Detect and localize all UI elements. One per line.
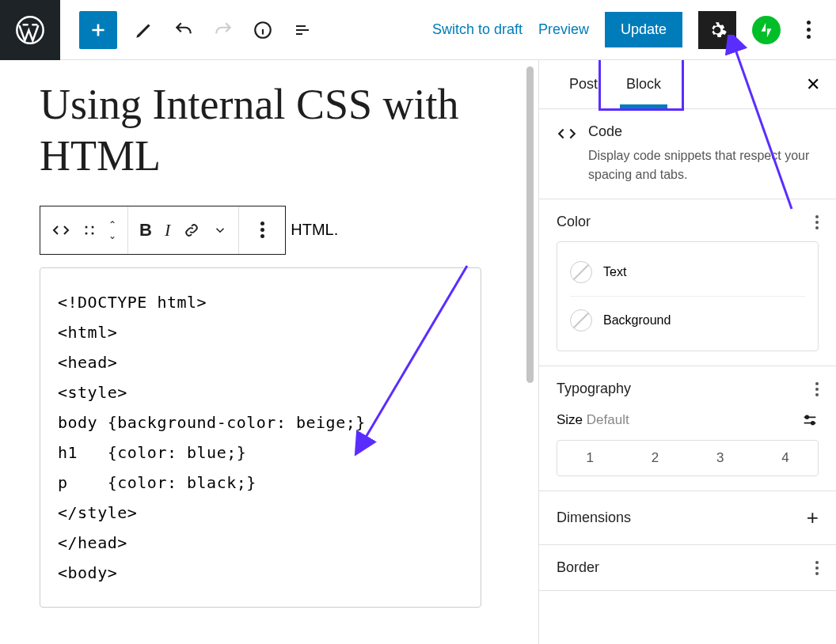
- settings-button[interactable]: [698, 11, 736, 49]
- block-desc-text: Display code snippets that respect your …: [588, 146, 819, 184]
- svg-point-3: [92, 225, 94, 228]
- workspace: Using Internal CSS with HTML ⌃⌄ B I: [0, 60, 836, 644]
- chevron-down-icon[interactable]: [213, 223, 227, 237]
- move-arrows-icon[interactable]: ⌃⌄: [108, 220, 116, 241]
- size-custom-icon[interactable]: [801, 411, 819, 429]
- svg-point-4: [86, 232, 88, 234]
- text-color-swatch: [570, 261, 592, 283]
- svg-point-5: [92, 232, 94, 234]
- typography-heading: Typography: [557, 381, 631, 397]
- more-options-icon[interactable]: [796, 21, 820, 39]
- drag-handle-icon[interactable]: [83, 224, 96, 237]
- block-name: Code: [588, 123, 819, 140]
- border-heading: Border: [557, 559, 599, 576]
- preview-link[interactable]: Preview: [538, 21, 589, 38]
- update-button[interactable]: Update: [605, 12, 682, 47]
- add-block-button[interactable]: [79, 11, 117, 49]
- sidebar-tabs: Post Block ✕: [539, 60, 836, 109]
- bold-button[interactable]: B: [139, 220, 152, 241]
- size-1[interactable]: 1: [557, 441, 622, 475]
- border-options-icon[interactable]: [815, 561, 819, 575]
- size-3[interactable]: 3: [688, 441, 753, 475]
- border-section[interactable]: Border: [539, 545, 836, 591]
- block-description: Code Display code snippets that respect …: [539, 109, 836, 199]
- editor-topbar: Switch to draft Preview Update: [0, 0, 836, 60]
- scrollbar[interactable]: [526, 66, 534, 383]
- jetpack-icon[interactable]: [752, 16, 781, 44]
- block-more-icon[interactable]: [250, 222, 274, 238]
- dimensions-section[interactable]: Dimensions +: [539, 491, 836, 545]
- svg-point-2: [86, 225, 88, 228]
- color-heading: Color: [557, 214, 591, 230]
- background-color-row[interactable]: Background: [570, 296, 805, 344]
- edit-tool-icon[interactable]: [131, 17, 157, 43]
- code-block[interactable]: <!DOCTYPE html> <html> <head> <style> bo…: [40, 267, 481, 608]
- color-options-icon[interactable]: [815, 215, 819, 229]
- size-2[interactable]: 2: [622, 441, 687, 475]
- text-color-label: Text: [603, 265, 626, 279]
- size-4[interactable]: 4: [753, 441, 818, 475]
- code-block-icon[interactable]: [51, 221, 70, 240]
- close-sidebar-icon[interactable]: ✕: [806, 74, 820, 95]
- undo-icon[interactable]: [171, 17, 196, 43]
- editor-canvas: Using Internal CSS with HTML ⌃⌄ B I: [0, 60, 538, 644]
- settings-sidebar: Post Block ✕ Code Display code snippets …: [538, 60, 836, 644]
- dimensions-heading: Dimensions: [557, 510, 631, 526]
- link-icon[interactable]: [183, 222, 200, 239]
- redo-icon: [211, 17, 236, 43]
- block-toolbar: ⌃⌄ B I: [40, 206, 286, 255]
- color-section: Color Text Background: [539, 199, 836, 366]
- html-label: HTML.: [291, 221, 338, 239]
- italic-button[interactable]: I: [165, 220, 170, 241]
- background-color-swatch: [570, 309, 592, 331]
- size-default: Default: [587, 412, 629, 427]
- tab-post[interactable]: Post: [555, 60, 612, 108]
- typo-options-icon[interactable]: [815, 382, 819, 396]
- background-color-label: Background: [603, 313, 671, 328]
- size-label: Size: [557, 412, 583, 427]
- topbar-right: Switch to draft Preview Update: [432, 11, 836, 49]
- info-icon[interactable]: [250, 17, 276, 43]
- svg-point-7: [806, 416, 809, 419]
- tab-block[interactable]: Block: [612, 60, 675, 108]
- switch-to-draft-link[interactable]: Switch to draft: [432, 21, 522, 38]
- wordpress-logo[interactable]: [0, 0, 60, 60]
- text-color-row[interactable]: Text: [570, 248, 805, 296]
- svg-point-8: [811, 422, 815, 425]
- post-title[interactable]: Using Internal CSS with HTML: [40, 79, 483, 182]
- size-presets: 1 2 3 4: [557, 440, 819, 476]
- topbar-left: [60, 11, 315, 49]
- code-icon: [557, 123, 577, 144]
- typography-section: Typography Size Default 1 2 3 4: [539, 366, 836, 491]
- outline-icon[interactable]: [290, 17, 315, 43]
- add-dimensions-icon[interactable]: +: [807, 506, 819, 530]
